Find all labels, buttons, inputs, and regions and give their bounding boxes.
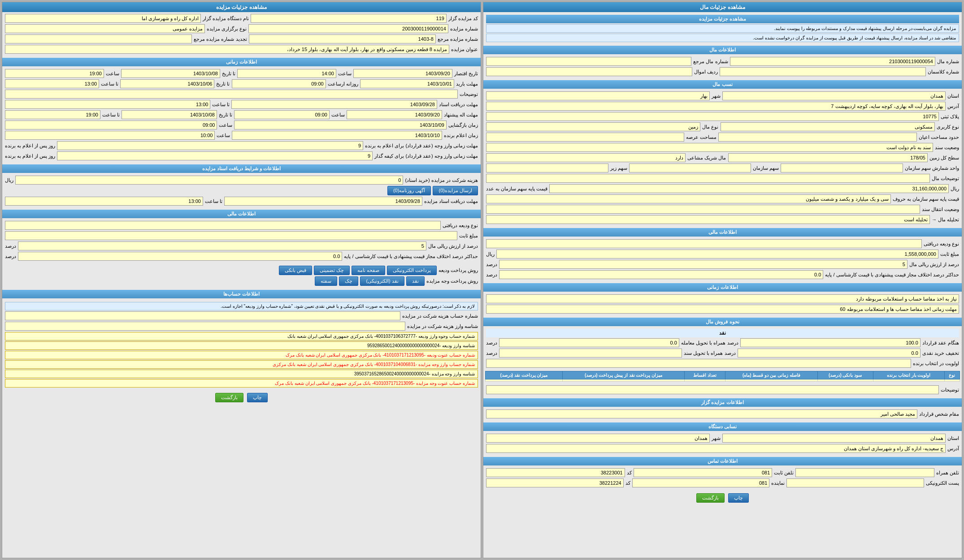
sefhe-name-button[interactable]: صفحه نامه	[352, 266, 385, 275]
noe-vadie-input[interactable]	[486, 239, 922, 248]
taghid-input[interactable]	[738, 349, 921, 358]
pardakht-elec-button[interactable]: پرداخت الکترونیکی	[387, 266, 437, 275]
qimat-paye-input[interactable]	[549, 184, 949, 193]
hadaqal-right-input[interactable]	[18, 252, 342, 261]
naghd-elec-button[interactable]: نقد (الکترونیکی)	[360, 276, 404, 286]
dastgah-ostan-input[interactable]	[722, 434, 946, 443]
plak-input[interactable]	[486, 112, 939, 121]
mohlat-eshterak-az-input[interactable]	[347, 110, 442, 119]
moqam-input[interactable]	[486, 409, 917, 418]
chek2-button[interactable]: چک	[339, 276, 358, 286]
contact-title: اطلاعات تماس	[483, 457, 962, 465]
shomare-moze2-input[interactable]	[249, 34, 436, 43]
send-mozayede-button[interactable]: ارسال مزایده(0)	[433, 186, 478, 195]
tozih-zamani-label: توضیحات	[460, 91, 478, 97]
hazine-input[interactable]	[15, 176, 403, 185]
shahr-input[interactable]	[486, 91, 710, 100]
darsad-rialy-right-input[interactable]	[18, 241, 426, 250]
hengam-input[interactable]	[740, 338, 921, 347]
hodood-input[interactable]	[718, 133, 916, 142]
shomare-mal-moraje-input[interactable]	[486, 57, 691, 66]
right-bazgasht-button[interactable]: بازگشت	[215, 393, 243, 402]
onvan-input[interactable]	[5, 45, 449, 54]
tozih-zamani-input[interactable]	[5, 90, 458, 99]
saat-eshterak-ta-input[interactable]	[5, 110, 100, 119]
mal-sharik-input[interactable]	[486, 153, 686, 162]
saat-barideh-input[interactable]	[232, 79, 326, 88]
darsad-rialy-input[interactable]	[499, 260, 908, 269]
saat-eshterak-az-input[interactable]	[234, 110, 330, 119]
tahlil-input[interactable]	[486, 215, 930, 224]
tarikh-ebteda-input[interactable]	[353, 69, 452, 78]
ostan-input[interactable]	[722, 91, 946, 100]
noe-bargozari-input[interactable]	[5, 24, 205, 33]
radif-amval-input[interactable]	[486, 67, 692, 76]
telfon-code-input[interactable]	[634, 468, 773, 477]
ta-tarikh-input[interactable]	[120, 79, 214, 88]
agahi-button[interactable]: آگهی روزنامه(0)	[387, 186, 431, 195]
saat-ealam-input[interactable]	[5, 131, 215, 140]
mablagh-input[interactable]	[496, 250, 938, 258]
name-dastgah-input[interactable]	[5, 14, 201, 23]
vahed-input[interactable]	[781, 164, 903, 172]
telfon-sabt-input[interactable]	[486, 468, 625, 477]
mohlat-vaze-input[interactable]	[57, 141, 363, 150]
tozih-input[interactable]	[486, 174, 930, 183]
karbari-input[interactable]	[721, 122, 935, 131]
tarikh-moze2-input[interactable]	[5, 34, 192, 43]
mohlat-daryaft-az-input[interactable]	[224, 197, 422, 206]
vaziat-sanad-input[interactable]	[486, 143, 933, 152]
saat-barg-input[interactable]	[5, 121, 217, 129]
mablagh-right-input[interactable]	[5, 231, 457, 240]
namaindeh-input[interactable]	[486, 478, 624, 487]
ealam-barandeh-input[interactable]	[232, 131, 442, 140]
post-input[interactable]	[786, 478, 924, 487]
namaindeh-code-input[interactable]	[632, 478, 770, 487]
tahvil2-input[interactable]	[499, 349, 682, 358]
shomare-moze-input[interactable]	[248, 24, 448, 33]
right-chap-button[interactable]: چاپ	[247, 393, 268, 402]
saat-az-input[interactable]	[237, 69, 336, 78]
shabase-shirkat-input[interactable]	[5, 322, 405, 331]
left-chap-button[interactable]: چاپ	[728, 493, 749, 503]
mohlat-hefz-input[interactable]	[486, 305, 959, 314]
sahm-zir-input[interactable]	[486, 164, 608, 172]
mohlat-eshterak-ta-input[interactable]	[122, 110, 217, 119]
mohlat-kefil-input[interactable]	[57, 151, 373, 160]
hadaqal-input[interactable]	[499, 270, 823, 279]
telefon-input[interactable]	[795, 468, 934, 477]
hefz-input[interactable]	[486, 294, 959, 303]
sath-input[interactable]	[728, 153, 928, 162]
tarikh-ta-input[interactable]	[121, 69, 220, 78]
noe-vadie-label: نوع ودیعه دریافتی	[924, 241, 959, 247]
dastgah-shahr-input[interactable]	[486, 434, 710, 443]
zaman-bargozari-input[interactable]	[234, 121, 446, 129]
tahvil-input[interactable]	[499, 338, 679, 347]
shomare-mal-input[interactable]	[730, 57, 935, 66]
code-moze-input[interactable]	[251, 14, 447, 23]
noe-vadie-right-input[interactable]	[5, 221, 441, 230]
sefhe-button[interactable]: سفته	[315, 276, 337, 286]
ostan-shahr-row: استان شهر	[486, 91, 959, 100]
ta-saat-estad-input[interactable]	[5, 100, 210, 109]
avliat-input[interactable]	[486, 359, 911, 368]
left-bazgasht-button[interactable]: بازگشت	[696, 493, 725, 503]
chek-button[interactable]: چک تضمینی	[314, 266, 350, 275]
shomare-hesab-shirkat-input[interactable]	[5, 311, 400, 320]
ta-saat-dr-input[interactable]	[5, 197, 203, 206]
saat-ta-input[interactable]	[5, 69, 104, 78]
naghd-button[interactable]: نقد	[406, 276, 425, 286]
mohlat-estad-input[interactable]	[231, 100, 437, 109]
dastgah-adress-input[interactable]	[486, 444, 946, 453]
mosahat-input[interactable]	[486, 133, 684, 142]
adress-input[interactable]	[486, 102, 946, 111]
qehs-button[interactable]: قبض بانکی	[279, 266, 312, 275]
noe-mal-input[interactable]	[486, 122, 700, 131]
tozih-install-input[interactable]	[486, 385, 939, 394]
qimat-harf-input[interactable]	[486, 194, 891, 203]
mohlat-barideh-input[interactable]	[360, 79, 454, 88]
sahm-input[interactable]	[629, 164, 751, 172]
saat-ta2-input[interactable]	[5, 79, 99, 88]
shomare-klas-input[interactable]	[720, 67, 926, 76]
vaziat-entegal-input[interactable]	[486, 205, 920, 214]
